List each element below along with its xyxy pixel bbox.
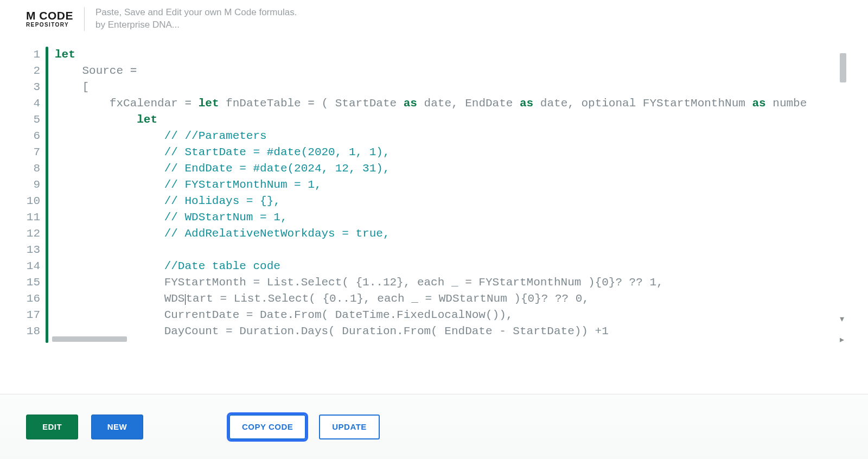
new-button[interactable]: NEW <box>91 415 143 439</box>
copy-code-button[interactable]: COPY CODE <box>229 415 306 439</box>
line-number: 15 <box>22 275 40 291</box>
action-toolbar: EDIT NEW COPY CODE UPDATE <box>0 394 868 459</box>
app-header: M CODE REPOSITORY Paste, Save and Edit y… <box>0 0 868 37</box>
line-number: 17 <box>22 307 40 323</box>
divider <box>84 7 85 31</box>
line-number: 14 <box>22 258 40 275</box>
edit-button[interactable]: EDIT <box>26 415 78 439</box>
code-line[interactable]: // AddRelativeNetWorkdays = true, <box>55 226 846 242</box>
line-number: 10 <box>22 193 40 209</box>
code-line[interactable]: CurrentDate = Date.From( DateTime.FixedL… <box>55 307 846 323</box>
code-line[interactable]: // WDStartNum = 1, <box>55 209 846 226</box>
line-number: 8 <box>22 161 40 177</box>
chevron-down-icon[interactable]: ▾ <box>838 315 846 323</box>
line-number: 2 <box>22 63 40 79</box>
code-line[interactable]: // FYStartMonthNum = 1, <box>55 177 846 193</box>
line-number: 9 <box>22 177 40 193</box>
code-line[interactable]: [ <box>55 79 846 95</box>
vertical-scrollbar[interactable]: ▾ <box>838 49 846 323</box>
line-number: 13 <box>22 242 40 258</box>
code-line[interactable] <box>55 242 846 258</box>
line-number: 5 <box>22 112 40 128</box>
code-line[interactable]: // StartDate = #date(2020, 1, 1), <box>55 144 846 161</box>
line-number: 6 <box>22 128 40 144</box>
tagline-line-2: by Enterprise DNA... <box>95 19 297 31</box>
code-line[interactable]: fxCalendar = let fnDateTable = ( StartDa… <box>55 95 846 112</box>
tagline-line-1: Paste, Save and Edit your own M Code for… <box>95 7 297 19</box>
code-line[interactable]: Source = <box>55 63 846 79</box>
code-line[interactable]: // EndDate = #date(2024, 12, 31), <box>55 161 846 177</box>
line-number: 4 <box>22 95 40 112</box>
code-line[interactable]: let <box>55 47 846 63</box>
line-number: 3 <box>22 79 40 95</box>
line-number: 12 <box>22 226 40 242</box>
line-number-gutter: 123456789101112131415161718 <box>22 46 46 344</box>
horizontal-scrollbar-thumb[interactable] <box>52 336 127 342</box>
horizontal-scrollbar[interactable]: ▸ <box>52 336 835 344</box>
code-line[interactable]: // Holidays = {}, <box>55 193 846 209</box>
logo-title: M CODE <box>26 10 73 21</box>
logo-subtitle: REPOSITORY <box>26 22 73 28</box>
code-editor[interactable]: 123456789101112131415161718 let Source =… <box>22 46 846 344</box>
code-content[interactable]: let Source = [ fxCalendar = let fnDateTa… <box>48 46 846 344</box>
line-number: 1 <box>22 47 40 63</box>
line-number: 18 <box>22 323 40 340</box>
code-line[interactable]: WDStart = List.Select( {0..1}, each _ = … <box>55 291 846 307</box>
vertical-scrollbar-thumb[interactable] <box>840 53 846 82</box>
line-number: 7 <box>22 144 40 161</box>
code-line[interactable]: FYStartMonth = List.Select( {1..12}, eac… <box>55 275 846 291</box>
code-line[interactable]: //Date table code <box>55 258 846 275</box>
chevron-right-icon[interactable]: ▸ <box>838 335 846 344</box>
line-number: 11 <box>22 209 40 226</box>
code-line[interactable]: // //Parameters <box>55 128 846 144</box>
app-logo: M CODE REPOSITORY <box>26 10 73 28</box>
code-line[interactable]: let <box>55 112 846 128</box>
line-number: 16 <box>22 291 40 307</box>
tagline: Paste, Save and Edit your own M Code for… <box>95 7 297 31</box>
update-button[interactable]: UPDATE <box>319 415 380 439</box>
